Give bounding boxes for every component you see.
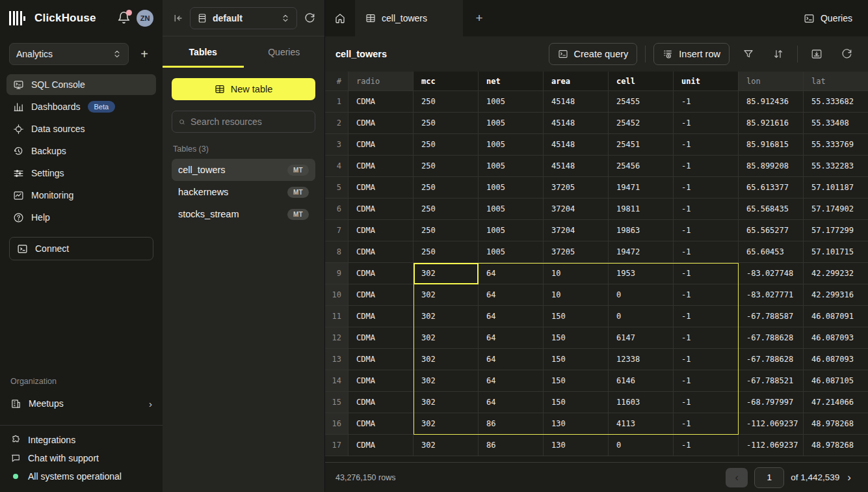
cell-unit[interactable]: -1 xyxy=(674,349,739,370)
cell-mcc[interactable]: 302 xyxy=(414,413,479,435)
download-icon[interactable] xyxy=(806,43,828,65)
cell-lon[interactable]: 85.899208 xyxy=(739,156,804,177)
cell-lat[interactable]: 57.101187 xyxy=(804,177,868,198)
cell-unit[interactable]: -1 xyxy=(674,156,739,177)
cell-net[interactable]: 1005 xyxy=(479,198,544,220)
cell-unit[interactable]: -1 xyxy=(674,306,739,327)
cell-mcc[interactable]: 250 xyxy=(414,134,479,156)
cell-unit[interactable]: -1 xyxy=(674,198,739,220)
cell-net[interactable]: 64 xyxy=(479,284,544,306)
cell-lon[interactable]: -112.069237 xyxy=(739,435,804,456)
cell-lon[interactable]: 65.613377 xyxy=(739,177,804,198)
sidebar-footer-item-chat-with-support[interactable]: Chat with support xyxy=(10,453,152,463)
cell-net[interactable]: 86 xyxy=(479,413,544,435)
home-icon[interactable] xyxy=(325,0,355,36)
search-resources-input[interactable] xyxy=(191,116,308,127)
cell-lat[interactable]: 46.087105 xyxy=(804,370,868,392)
cell-area[interactable]: 45148 xyxy=(544,113,609,134)
database-select[interactable]: default xyxy=(190,7,297,29)
cell-net[interactable]: 1005 xyxy=(479,134,544,156)
sidebar-item-sql-console[interactable]: SQL Console xyxy=(7,74,156,95)
new-table-button[interactable]: New table xyxy=(172,78,315,100)
cell-area[interactable]: 10 xyxy=(544,284,609,306)
cell-cell[interactable]: 0 xyxy=(609,435,674,456)
table-list-item-stocks_stream[interactable]: stocks_streamMT xyxy=(172,203,315,225)
row-number[interactable]: 10 xyxy=(325,284,349,306)
row-number[interactable]: 13 xyxy=(325,349,349,370)
page-input[interactable] xyxy=(754,467,784,488)
cell-unit[interactable]: -1 xyxy=(674,177,739,198)
tab-cell-towers[interactable]: cell_towers xyxy=(355,0,463,36)
column-header-cell[interactable]: cell xyxy=(609,72,674,91)
row-number[interactable]: 14 xyxy=(325,370,349,392)
cell-unit[interactable]: -1 xyxy=(674,284,739,306)
cell-mcc[interactable]: 302 xyxy=(414,392,479,413)
cell-radio[interactable]: CDMA xyxy=(349,284,414,306)
row-number[interactable]: 11 xyxy=(325,306,349,327)
cell-net[interactable]: 1005 xyxy=(479,91,544,113)
sort-icon[interactable] xyxy=(767,43,789,65)
sidebar-item-dashboards[interactable]: DashboardsBeta xyxy=(7,96,156,117)
cell-area[interactable]: 150 xyxy=(544,370,609,392)
cell-mcc[interactable]: 250 xyxy=(414,177,479,198)
cell-area[interactable]: 45148 xyxy=(544,91,609,113)
cell-cell[interactable]: 11603 xyxy=(609,392,674,413)
cell-unit[interactable]: -1 xyxy=(674,392,739,413)
cell-lat[interactable]: 55.33408 xyxy=(804,113,868,134)
cell-unit[interactable]: -1 xyxy=(674,435,739,456)
cell-unit[interactable]: -1 xyxy=(674,91,739,113)
cell-lat[interactable]: 48.978268 xyxy=(804,413,868,435)
cell-lon[interactable]: -67.788628 xyxy=(739,349,804,370)
table-list-item-hackernews[interactable]: hackernewsMT xyxy=(172,181,315,203)
cell-net[interactable]: 64 xyxy=(479,370,544,392)
cell-mcc[interactable]: 302 xyxy=(414,435,479,456)
cell-net[interactable]: 1005 xyxy=(479,177,544,198)
cell-radio[interactable]: CDMA xyxy=(349,349,414,370)
row-number[interactable]: 12 xyxy=(325,327,349,349)
cell-mcc[interactable]: 302 xyxy=(414,263,479,284)
cell-lon[interactable]: -67.788587 xyxy=(739,306,804,327)
cell-lon[interactable]: 85.912436 xyxy=(739,91,804,113)
workspace-select[interactable]: Analytics xyxy=(9,43,129,65)
column-header-lon[interactable]: lon xyxy=(739,72,804,91)
cell-mcc[interactable]: 302 xyxy=(414,306,479,327)
column-header-net[interactable]: net xyxy=(479,72,544,91)
cell-mcc[interactable]: 302 xyxy=(414,327,479,349)
cell-mcc[interactable]: 250 xyxy=(414,241,479,263)
cell-mcc[interactable]: 250 xyxy=(414,220,479,241)
cell-area[interactable]: 150 xyxy=(544,306,609,327)
cell-cell[interactable]: 19471 xyxy=(609,177,674,198)
cell-net[interactable]: 86 xyxy=(479,435,544,456)
cell-mcc[interactable]: 250 xyxy=(414,113,479,134)
cell-unit[interactable]: -1 xyxy=(674,413,739,435)
cell-radio[interactable]: CDMA xyxy=(349,327,414,349)
cell-cell[interactable]: 25456 xyxy=(609,156,674,177)
cell-unit[interactable]: -1 xyxy=(674,327,739,349)
cell-area[interactable]: 150 xyxy=(544,392,609,413)
cell-area[interactable]: 130 xyxy=(544,413,609,435)
row-number[interactable]: 9 xyxy=(325,263,349,284)
cell-net[interactable]: 1005 xyxy=(479,220,544,241)
cell-radio[interactable]: CDMA xyxy=(349,177,414,198)
cell-radio[interactable]: CDMA xyxy=(349,91,414,113)
create-query-button[interactable]: Create query xyxy=(549,43,638,65)
cell-area[interactable]: 37204 xyxy=(544,220,609,241)
cell-lat[interactable]: 42.299316 xyxy=(804,284,868,306)
filter-icon[interactable] xyxy=(737,43,759,65)
cell-area[interactable]: 45148 xyxy=(544,156,609,177)
cell-net[interactable]: 1005 xyxy=(479,241,544,263)
cell-lon[interactable]: 65.565277 xyxy=(739,220,804,241)
cell-cell[interactable]: 25451 xyxy=(609,134,674,156)
cell-area[interactable]: 45148 xyxy=(544,134,609,156)
cell-radio[interactable]: CDMA xyxy=(349,156,414,177)
cell-lat[interactable]: 42.299232 xyxy=(804,263,868,284)
cell-lon[interactable]: -67.788521 xyxy=(739,370,804,392)
cell-radio[interactable]: CDMA xyxy=(349,134,414,156)
cell-lat[interactable]: 57.177299 xyxy=(804,220,868,241)
cell-net[interactable]: 64 xyxy=(479,306,544,327)
cell-radio[interactable]: CDMA xyxy=(349,370,414,392)
new-tab-button[interactable]: + xyxy=(463,0,495,36)
row-number[interactable]: 16 xyxy=(325,413,349,435)
column-header-area[interactable]: area xyxy=(544,72,609,91)
cell-cell[interactable]: 19863 xyxy=(609,220,674,241)
